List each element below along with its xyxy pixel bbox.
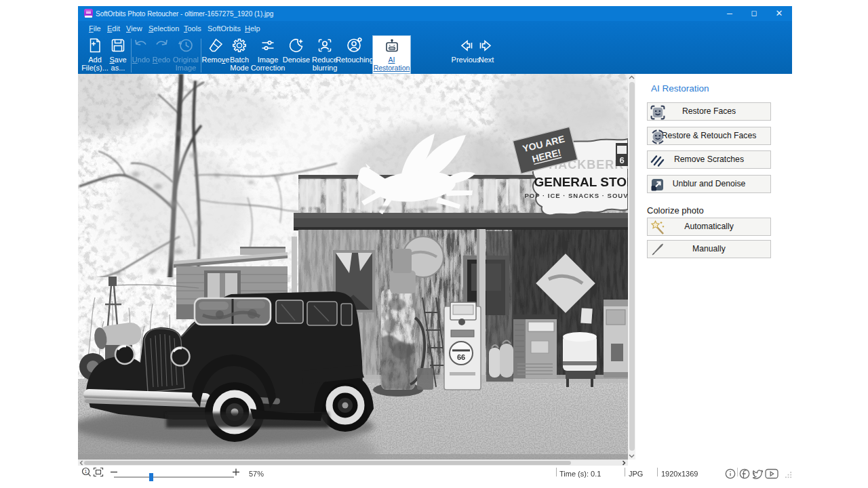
svg-text:6: 6	[619, 155, 624, 165]
svg-text:66: 66	[457, 353, 465, 361]
svg-text:POP · ICE · SNACKS · SOUVENIRS: POP · ICE · SNACKS · SOUVENIRS	[524, 192, 628, 199]
svg-text:1: 1	[85, 469, 87, 474]
svg-text:GENERAL STORE: GENERAL STORE	[534, 175, 628, 189]
